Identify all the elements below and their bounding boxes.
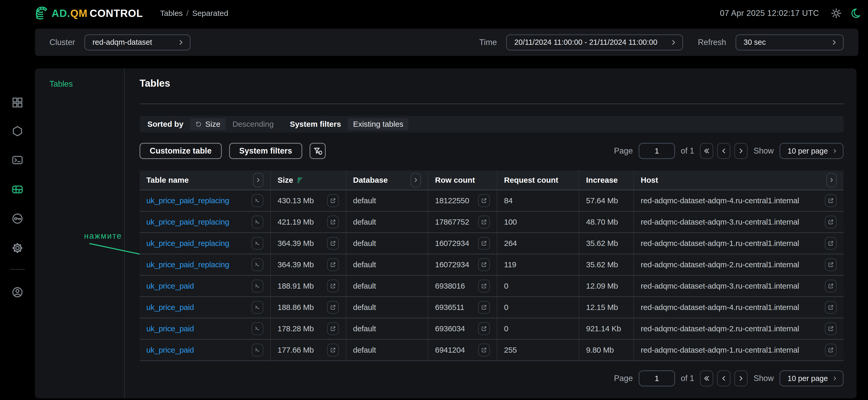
sidebar-item-access-keys[interactable] — [11, 212, 24, 225]
cell-size: 188.86 Mb — [271, 297, 346, 318]
row-count-details-button[interactable] — [478, 322, 490, 335]
open-terminal-button[interactable] — [251, 215, 264, 229]
database-filter-button[interactable] — [410, 173, 421, 188]
cell-size: 188.91 Mb — [271, 276, 346, 296]
sort-descending-icon[interactable] — [297, 177, 304, 184]
size-details-button[interactable] — [327, 215, 339, 229]
table-name-link[interactable]: uk_price_paid_replacing — [146, 196, 229, 205]
cell-database: default — [346, 211, 428, 232]
external-link-icon — [480, 261, 487, 268]
row-count-details-button[interactable] — [478, 215, 490, 229]
system-filters-button[interactable]: System filters — [229, 143, 302, 159]
refresh-interval-select[interactable]: 30 sec — [736, 34, 844, 51]
prev-page-button[interactable] — [717, 143, 731, 159]
prev-page-button[interactable] — [717, 370, 731, 387]
customize-table-button[interactable]: Customize table — [140, 143, 222, 159]
undo-icon — [195, 121, 202, 128]
table-row: uk_price_paid 178.28 Mb default 6936034 … — [140, 318, 843, 340]
sidebar-item-settings[interactable] — [11, 242, 24, 254]
host-details-button[interactable] — [825, 343, 837, 357]
host-details-button[interactable] — [825, 215, 837, 229]
size-details-button[interactable] — [327, 343, 339, 357]
row-count-details-button[interactable] — [478, 258, 490, 271]
breadcrumb-page[interactable]: Separated — [192, 9, 228, 18]
size-details-button[interactable] — [327, 301, 339, 314]
page-label: Page — [614, 146, 633, 156]
light-theme-sun-icon[interactable] — [831, 7, 842, 19]
first-page-button[interactable] — [700, 143, 713, 159]
cell-table-name: uk_price_paid — [140, 297, 271, 318]
row-count-details-button[interactable] — [478, 301, 490, 314]
row-count-details-button[interactable] — [478, 237, 490, 250]
open-terminal-button[interactable] — [251, 301, 264, 314]
time-range-value: 20/11/2024 11:00:00 - 21/11/2024 11:00:0… — [514, 38, 657, 46]
open-terminal-button[interactable] — [251, 279, 264, 293]
host-details-button[interactable] — [825, 322, 837, 335]
page-number-input[interactable] — [639, 370, 675, 387]
chevron-right-icon — [670, 39, 677, 46]
dark-theme-moon-icon[interactable] — [850, 7, 861, 19]
table-name-link[interactable]: uk_price_paid_replacing — [146, 260, 229, 269]
size-details-button[interactable] — [327, 279, 339, 293]
time-label: Time — [479, 38, 497, 47]
app-logo[interactable]: AD.QMCONTROL — [35, 6, 143, 21]
sidebar-item-dashboard[interactable] — [11, 96, 24, 109]
page-total-label: of 1 — [681, 146, 694, 156]
first-page-button[interactable] — [700, 370, 713, 387]
open-terminal-button[interactable] — [251, 322, 264, 335]
host-filter-button[interactable] — [826, 173, 837, 188]
host-details-button[interactable] — [825, 194, 837, 207]
table-name-link[interactable]: uk_price_paid_replacing — [146, 218, 229, 226]
host-details-button[interactable] — [825, 237, 837, 250]
sidebar-item-tables[interactable] — [11, 183, 24, 196]
row-count-details-button[interactable] — [478, 279, 490, 293]
row-count-details-button[interactable] — [478, 194, 490, 207]
external-link-icon — [480, 304, 487, 311]
table-row: uk_price_paid 188.86 Mb default 6936511 … — [140, 297, 843, 318]
host-details-button[interactable] — [825, 301, 837, 314]
open-terminal-button[interactable] — [251, 343, 264, 357]
table-name-link[interactable]: uk_price_paid — [146, 324, 194, 333]
per-page-select[interactable]: 10 per page — [779, 370, 843, 387]
system-filters-chip[interactable]: Existing tables — [348, 118, 408, 130]
table-name-link[interactable]: uk_price_paid — [146, 303, 194, 312]
open-terminal-button[interactable] — [251, 194, 264, 207]
external-link-icon — [330, 304, 336, 311]
sidebar-item-account[interactable] — [11, 286, 24, 299]
breadcrumb-section[interactable]: Tables — [160, 9, 183, 18]
sidebar-item-tables-link[interactable]: Tables — [50, 79, 73, 89]
next-page-button[interactable] — [734, 143, 748, 159]
hexagon-icon — [11, 125, 24, 137]
size-details-button[interactable] — [327, 237, 339, 250]
host-details-button[interactable] — [825, 258, 837, 271]
cluster-select[interactable]: red-adqm-dataset — [84, 34, 191, 51]
open-terminal-button[interactable] — [251, 237, 264, 250]
terminal-icon — [254, 304, 261, 311]
table-name-link[interactable]: uk_price_paid — [146, 281, 194, 291]
chevron-right-icon — [832, 147, 838, 155]
external-link-icon — [330, 219, 336, 225]
chevron-right-icon — [832, 375, 838, 382]
row-count-details-button[interactable] — [478, 343, 490, 357]
host-details-button[interactable] — [825, 279, 837, 293]
page-number-input[interactable] — [639, 143, 675, 159]
size-details-button[interactable] — [327, 194, 339, 207]
table-name-link[interactable]: uk_price_paid_replacing — [146, 239, 229, 248]
cell-increase: 921.14 Kb — [579, 318, 634, 339]
table-row: uk_price_paid_replacing 430.13 Mb defaul… — [140, 190, 843, 211]
next-page-button[interactable] — [734, 370, 748, 387]
external-link-icon — [827, 347, 834, 354]
per-page-select[interactable]: 10 per page — [779, 143, 843, 159]
sidebar-item-nodes[interactable] — [11, 125, 24, 137]
open-terminal-button[interactable] — [251, 258, 264, 271]
reset-filters-button[interactable] — [310, 143, 326, 159]
cell-request-count: 100 — [497, 211, 579, 232]
time-range-select[interactable]: 20/11/2024 11:00:00 - 21/11/2024 11:00:0… — [506, 34, 683, 51]
size-details-button[interactable] — [327, 322, 339, 335]
sort-field-chip[interactable]: Size — [190, 118, 225, 130]
table-name-filter-button[interactable] — [253, 173, 264, 188]
sidebar-item-console[interactable] — [11, 154, 24, 166]
cell-host: red-adqmc-dataset-adqm-4.ru-central1.int… — [634, 297, 843, 318]
table-name-link[interactable]: uk_price_paid — [146, 345, 194, 355]
size-details-button[interactable] — [327, 258, 339, 271]
